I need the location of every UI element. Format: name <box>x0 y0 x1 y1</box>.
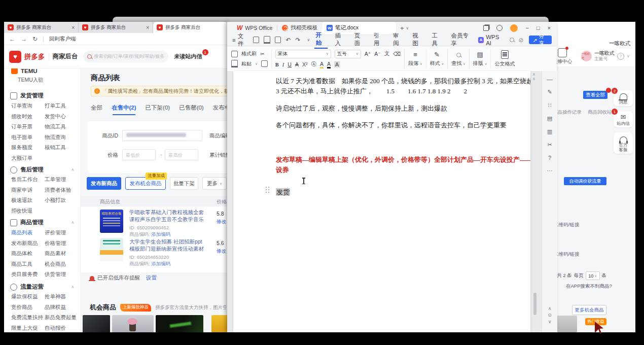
sidebar-item[interactable]: 商品工具 <box>11 261 45 268</box>
rail-item-mail[interactable]: 1 ✉ 站内信 <box>614 111 633 127</box>
view-all-button[interactable]: 查看全部 <box>583 91 607 99</box>
publish-product-button[interactable]: 发布新商品 <box>87 177 121 190</box>
sidebar-item[interactable]: 电子面单 <box>11 134 45 141</box>
sidebar-item[interactable]: 小额打款 <box>45 197 75 204</box>
opportunity-image[interactable] <box>211 315 228 333</box>
select-tool-icon[interactable]: ∷ <box>548 102 552 109</box>
app-search-tip-link[interactable]: 在APP搜索不到商品? <box>566 283 612 290</box>
product-thumbnail[interactable] <box>100 238 123 261</box>
highlight-color-icon[interactable]: A <box>320 61 324 68</box>
save-icon[interactable] <box>253 37 259 43</box>
sidebar-item[interactable]: 揽收时效 <box>11 113 45 120</box>
help-icon[interactable]: ? <box>548 155 551 161</box>
sidebar-item[interactable]: 竞价商品 <box>11 304 45 311</box>
chevron-down-icon[interactable]: ∨ <box>406 26 409 30</box>
paragraph-group[interactable]: ≡ 段落 ∨ <box>408 51 422 67</box>
add-code-link[interactable]: 添加编码 <box>151 231 170 237</box>
menu-tab[interactable]: 会员专享 <box>450 32 473 48</box>
product-thumbnail[interactable]: 唱歌教程合集 <box>100 210 123 233</box>
font-color-icon[interactable]: A <box>327 61 331 68</box>
rail-item-service[interactable]: 官方客服 <box>614 132 633 154</box>
sidebar-item[interactable]: 发货中心 <box>45 113 75 120</box>
recycle-bin-link[interactable]: 商品回收站 <box>588 109 612 116</box>
sidebar-item[interactable]: 品牌权益 <box>45 304 75 311</box>
sidebar-item[interactable]: 免费流量扶持 <box>11 314 45 321</box>
new-tab-icon[interactable]: + <box>400 24 404 32</box>
find-group[interactable]: 查找 ∨ <box>451 51 466 67</box>
paste-icon[interactable] <box>231 60 238 67</box>
print-icon[interactable] <box>264 36 270 44</box>
menu-tab[interactable]: 开始 <box>314 31 327 49</box>
menu-tab[interactable]: 审阅 <box>392 32 405 48</box>
product-title-link[interactable]: 学唱歌零基础入门教程视频全套课程声乐自学五音不全教学音乐技巧 <box>129 209 205 223</box>
status-tab[interactable]: 已下架(0) <box>146 104 170 115</box>
sidebar-item[interactable]: 商品列表 <box>11 229 45 236</box>
sidebar-item[interactable]: 极速退款 <box>11 197 45 204</box>
minimize-icon[interactable]: − <box>525 25 528 31</box>
sidebar-item[interactable]: 自动报价 <box>45 325 75 332</box>
menu-tab[interactable]: 插入 <box>334 32 347 48</box>
sidebar-item[interactable]: 机会商品 <box>45 261 75 268</box>
opportunity-image[interactable] <box>83 315 110 333</box>
opportunity-image[interactable] <box>112 315 154 333</box>
grow-font-icon[interactable]: A⁺ <box>365 51 371 57</box>
sidebar-item[interactable]: 抢单神器 <box>45 293 75 300</box>
superscript-icon[interactable]: X² <box>302 61 308 67</box>
document-page[interactable]: 以近 7 天为准看数据 如果你是 200 个品，烧钱的多，那我们最多控制 3 元… <box>233 71 530 332</box>
sidebar-section-shipping[interactable]: 发货管理 <box>10 92 74 99</box>
gov-format-group[interactable]: 公文格式 <box>494 50 515 67</box>
unread-mail-link[interactable]: 未读站内信 1 <box>174 53 202 60</box>
sidebar-item[interactable]: 核销工具 <box>45 144 75 151</box>
sidebar-item-temu-join[interactable]: TEMU入驻 <box>18 77 44 84</box>
add-code-link[interactable]: 添加编码 <box>151 261 170 266</box>
underline-icon[interactable]: U <box>288 61 292 67</box>
sidebar-item[interactable]: 服务额度 <box>11 144 45 151</box>
paste-label[interactable]: 粘贴 <box>241 60 252 67</box>
sidebar-temu-header[interactable]: TEMU <box>11 68 38 74</box>
back-icon[interactable]: ← <box>9 36 15 43</box>
sidebar-item[interactable]: 爆款保权益 <box>11 293 45 300</box>
price-max-input[interactable] <box>165 149 198 160</box>
char-shading-icon[interactable]: A <box>334 61 340 67</box>
layout-group[interactable]: ▤ 排版 ∨ <box>473 51 487 67</box>
product-title-link[interactable]: 大学生学生会招募 社团招新ppt模板部门迎新纳新宣传活动素材ppt <box>129 238 205 252</box>
status-tab[interactable]: 在售中(2) <box>112 104 136 115</box>
scrollbar-thumb[interactable] <box>533 293 536 315</box>
price-min-input[interactable] <box>122 149 156 160</box>
sidebar-item[interactable]: 商品素材 <box>45 250 75 257</box>
rail-item-message[interactable]: 2 消息 <box>614 90 633 106</box>
account-area[interactable]: 一喀欧式 一喀欧式 主账号 ? ∨ <box>581 50 630 62</box>
page-size-select[interactable]: 10 ∨ <box>586 271 600 280</box>
collapse-icon[interactable]: — <box>547 76 553 82</box>
maximize-icon[interactable]: □ <box>536 25 540 31</box>
sidebar-item[interactable]: 物流工具 <box>45 123 75 130</box>
enclosed-char-icon[interactable]: Ⓐ <box>311 61 316 68</box>
sidebar-item[interactable]: 商品体检 <box>11 250 45 257</box>
sidebar-item[interactable]: 订单查询 <box>11 102 45 110</box>
status-tab[interactable]: 全部 <box>91 104 102 115</box>
sidebar-section-traffic[interactable]: 流量运营 ∧ <box>10 283 74 291</box>
menu-tab[interactable]: 引用 <box>373 32 385 48</box>
global-search-box[interactable]: 搜索功能/订单/课程/规则/帮助/服务 <box>83 51 168 62</box>
undo-icon[interactable]: ↶ <box>285 37 291 44</box>
sidebar-item[interactable]: 消费者体验 <box>45 187 75 194</box>
format-painter-label[interactable]: 格式刷 <box>241 50 257 57</box>
opportunity-image[interactable] <box>156 315 203 333</box>
sidebar-item[interactable]: 拒收快退 <box>11 208 45 215</box>
operation-record-link[interactable]: 商品操作记录 <box>556 109 582 116</box>
forward-icon[interactable]: → <box>21 36 27 43</box>
shrink-font-icon[interactable]: A⁻ <box>374 51 381 57</box>
browser-tab-active[interactable]: ♥ 拼多多 商家后台 <box>153 22 228 33</box>
status-tab[interactable]: 已售罄(0) <box>179 104 204 115</box>
sidebar-item[interactable]: 发布新商品 <box>11 240 45 247</box>
edit-price-link[interactable]: 修改 <box>217 219 226 225</box>
cut-tool-icon[interactable]: ✂ <box>547 142 552 148</box>
batch-off-button[interactable]: 批量下架 <box>170 177 198 190</box>
paste-special-icon[interactable] <box>261 60 268 67</box>
close-icon[interactable]: × <box>71 25 75 30</box>
sidebar-item[interactable]: 打单工具 <box>45 102 75 110</box>
more-button[interactable]: 更多 ∨ <box>202 177 227 190</box>
chevron-down-icon[interactable]: ∨ <box>627 54 630 58</box>
help-icon[interactable]: ? <box>617 53 624 60</box>
search-icon[interactable] <box>510 38 514 42</box>
